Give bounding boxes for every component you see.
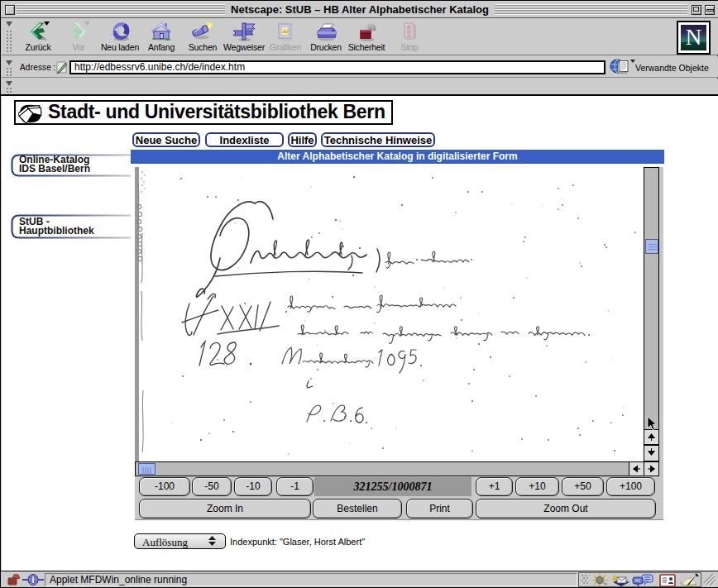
svg-text:IDS Basel/Bern: IDS Basel/Bern	[19, 163, 90, 174]
svg-text:Hauptbibliothek: Hauptbibliothek	[19, 225, 94, 237]
